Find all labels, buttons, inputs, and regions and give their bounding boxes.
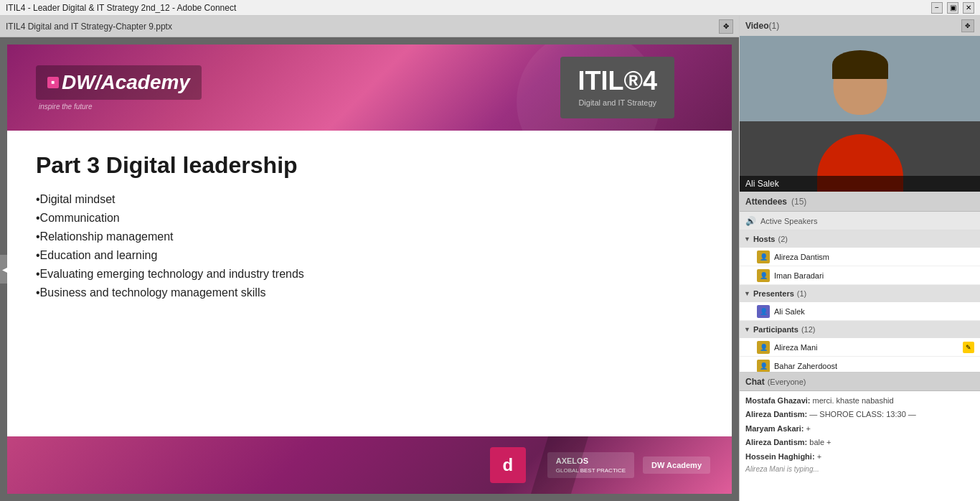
bottom-logo-row: AXELOSGLOBAL BEST PRACTICE DW Academy — [547, 452, 710, 478]
maximize-button[interactable]: ▣ — [947, 2, 958, 14]
slide-bullet-item: •Evaluating emerging technology and indu… — [36, 268, 703, 281]
close-button[interactable]: ✕ — [963, 2, 974, 14]
chat-header: Chat (Everyone) — [740, 373, 980, 391]
attendee-name: Bahar Zaherdoost — [774, 362, 974, 370]
slide-bullet-item: •Communication — [36, 212, 703, 225]
attendee-alireza-dantism[interactable]: 👤 Alireza Dantism — [740, 248, 980, 266]
slide-content-area: Part 3 Digital leadership •Digital minds… — [7, 131, 732, 436]
chat-text: + — [817, 452, 821, 461]
itil-title: ITIL®4 — [578, 68, 657, 94]
active-speakers-label: Active Speakers — [760, 217, 817, 225]
participants-label: Participants — [753, 325, 798, 334]
dw-logo-box: ■ DW/Academy — [36, 65, 202, 100]
slide-bullet-item: •Education and learning — [36, 249, 703, 262]
slide-bullet-item: •Digital mindset — [36, 193, 703, 206]
attendees-section: Attendees (15) 🔊 Active Speakers ▼ Hosts… — [740, 192, 980, 372]
attendee-name: Alireza Mani — [774, 343, 958, 352]
participants-count: (12) — [801, 325, 816, 334]
video-name-badge: Ali Salek — [740, 176, 980, 192]
video-feed: Ali Salek — [740, 36, 980, 192]
chat-section: Chat (Everyone) Mostafa Ghazavi: merci. … — [740, 372, 980, 501]
attendee-name: Alireza Dantism — [774, 253, 974, 261]
attendee-bahar-zaherdoost[interactable]: 👤 Bahar Zaherdoost — [740, 357, 980, 372]
slide-top-banner: ■ DW/Academy inspire the future ITIL®4 D… — [7, 45, 732, 131]
dw-logo-text: DW/Academy — [62, 71, 190, 94]
participants-group-header[interactable]: ▼ Participants (12) — [740, 321, 980, 338]
itil-logo-area: ITIL®4 Digital and IT Strategy — [560, 57, 674, 118]
chat-body[interactable]: Mostafa Ghazavi: merci. khaste nabashid … — [740, 391, 980, 501]
attendees-title: Attendees — [745, 197, 787, 207]
chat-message-4: Alireza Dantism: bale + — [745, 437, 974, 448]
axelos-logo: AXELOSGLOBAL BEST PRACTICE — [547, 452, 634, 478]
speaker-icon: 🔊 — [745, 216, 756, 226]
window-controls[interactable]: − ▣ ✕ — [931, 2, 974, 14]
slide-bullet-list: •Digital mindset•Communication•Relations… — [36, 193, 703, 299]
dw-tagline: inspire the future — [36, 103, 93, 111]
slide-bottom-area: d AXELOSGLOBAL BEST PRACTICE DW Academy — [7, 436, 732, 494]
video-header: Video (1) ✥ — [740, 16, 980, 36]
presentation-title: ITIL4 Digital and IT Strategy-Chapter 9.… — [6, 22, 172, 32]
chat-sender: Maryam Askari: — [745, 424, 804, 433]
edit-icon: ✎ — [963, 342, 974, 353]
hosts-group-header[interactable]: ▼ Hosts (2) — [740, 230, 980, 248]
title-bar: ITIL4 - Leader Digital & IT Strategy 2nd… — [0, 0, 980, 16]
attendees-body[interactable]: 🔊 Active Speakers ▼ Hosts (2) 👤 Alireza … — [740, 212, 980, 372]
chat-typing-indicator: Alireza Mani is typing... — [745, 465, 974, 473]
slide-container: ■ DW/Academy inspire the future ITIL®4 D… — [7, 45, 732, 494]
attendee-iman-baradari[interactable]: 👤 Iman Baradari — [740, 266, 980, 285]
attendee-avatar: 👤 — [757, 250, 770, 263]
video-title: Video — [745, 21, 768, 31]
dw-logo-area: ■ DW/Academy inspire the future — [36, 65, 202, 111]
video-fullscreen-button[interactable]: ✥ — [961, 19, 974, 32]
attendees-count: (15) — [791, 197, 806, 207]
presentation-panel: ITIL4 Digital and IT Strategy-Chapter 9.… — [0, 16, 739, 501]
presenters-label: Presenters — [753, 289, 794, 298]
active-speakers-bar: 🔊 Active Speakers — [740, 212, 980, 230]
chat-text: + — [806, 424, 811, 433]
hosts-count: (2) — [778, 235, 787, 243]
academy-logo: DW Academy — [643, 456, 710, 474]
chat-sender: Alireza Dantism: — [745, 410, 807, 418]
chat-text: merci. khaste nabashid — [813, 396, 894, 405]
slide-area: ◀ ■ DW/Academy inspire the future ITIL®4… — [0, 37, 739, 501]
main-layout: ITIL4 Digital and IT Strategy-Chapter 9.… — [0, 16, 980, 501]
dw-icon: ■ — [47, 77, 59, 88]
slide-bullet-item: •Relationship management — [36, 230, 703, 243]
chat-message-1: Mostafa Ghazavi: merci. khaste nabashid — [745, 395, 974, 406]
presentation-header: ITIL4 Digital and IT Strategy-Chapter 9.… — [0, 16, 739, 37]
participants-arrow: ▼ — [744, 326, 750, 333]
video-count: (1) — [768, 21, 779, 31]
chat-everyone: (Everyone) — [768, 378, 806, 386]
minimize-button[interactable]: − — [931, 2, 943, 14]
video-section: Video (1) ✥ Ali Salek — [740, 16, 980, 192]
attendee-name: Ali Salek — [774, 307, 974, 316]
chat-text: — SHOROE CLASS: 13:30 — — [809, 410, 916, 418]
chat-sender: Alireza Dantism: — [745, 438, 807, 446]
attendees-header: Attendees (15) — [740, 192, 980, 212]
chat-sender: Hossein Haghighi: — [745, 452, 815, 461]
video-person-hair — [832, 50, 888, 79]
window-title: ITIL4 - Leader Digital & IT Strategy 2nd… — [6, 3, 236, 13]
presenters-group-header[interactable]: ▼ Presenters (1) — [740, 285, 980, 302]
chat-message-3: Maryam Askari: + — [745, 423, 974, 434]
slide-bullet-item: •Business and technology management skil… — [36, 286, 703, 299]
attendee-avatar: 👤 — [757, 360, 770, 373]
chat-sender: Mostafa Ghazavi: — [745, 396, 810, 405]
chat-text: bale + — [809, 438, 831, 446]
presentation-fullscreen-button[interactable]: ✥ — [719, 19, 733, 34]
chat-title: Chat — [745, 377, 765, 387]
attendee-avatar: 👤 — [757, 269, 770, 282]
presenters-count: (1) — [797, 289, 806, 298]
chat-message-2: Alireza Dantism: — SHOROE CLASS: 13:30 — — [745, 409, 974, 420]
attendee-avatar: 👤 — [757, 305, 770, 318]
attendee-ali-salek[interactable]: 👤 Ali Salek — [740, 302, 980, 321]
right-panel: Video (1) ✥ Ali Salek Attendees (15) — [739, 16, 980, 501]
attendee-alireza-mani[interactable]: 👤 Alireza Mani ✎ — [740, 338, 980, 357]
attendee-name: Iman Baradari — [774, 271, 974, 280]
chat-message-5: Hossein Haghighi: + — [745, 451, 974, 462]
hosts-arrow: ▼ — [744, 235, 750, 243]
presenters-arrow: ▼ — [744, 290, 750, 297]
itil-subtitle: Digital and IT Strategy — [578, 98, 657, 107]
hosts-label: Hosts — [753, 235, 776, 243]
slide-main-title: Part 3 Digital leadership — [36, 152, 703, 179]
